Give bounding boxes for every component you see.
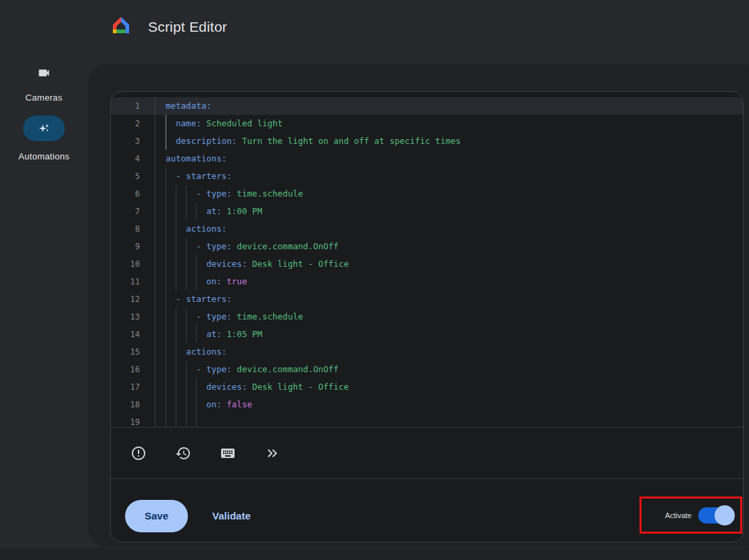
- indent-guide: [176, 413, 176, 428]
- line-number: 12: [111, 290, 155, 308]
- code-token: Scheduled light: [201, 118, 283, 128]
- indent-guide: [166, 308, 166, 326]
- code-token: false: [222, 399, 252, 409]
- code-token: Desk light - Office: [247, 259, 349, 269]
- code-token: true: [222, 276, 247, 286]
- code-token: 1:05 PM: [222, 329, 262, 339]
- code-token: - starters:: [166, 171, 232, 181]
- indent-guide: [176, 396, 176, 413]
- activate-toggle-thumb: [715, 505, 735, 526]
- code-token: device.command.OnOff: [232, 241, 339, 251]
- code-line[interactable]: 5 - starters:: [111, 168, 743, 185]
- activate-toggle[interactable]: [698, 507, 733, 524]
- history-button[interactable]: [174, 444, 192, 462]
- line-number: 4: [111, 150, 155, 168]
- code-line[interactable]: 7 at: 1:00 PM: [111, 203, 743, 220]
- line-number: 2: [111, 115, 155, 132]
- indent-guide: [176, 220, 176, 238]
- code-line[interactable]: 3 description: Turn the light on and off…: [111, 132, 743, 150]
- code-token: at:: [166, 329, 222, 339]
- indent-guide: [166, 326, 166, 343]
- save-button[interactable]: Save: [125, 500, 188, 532]
- line-number: 10: [111, 255, 155, 273]
- indent-guide: [186, 203, 187, 220]
- line-number: 19: [111, 413, 155, 428]
- activate-label: Activate: [665, 511, 692, 519]
- indent-guide: [166, 220, 166, 238]
- code-line[interactable]: 13 - type: time.schedule: [111, 308, 743, 326]
- line-number: 5: [111, 168, 155, 185]
- expand-toolbar-button[interactable]: [264, 444, 281, 462]
- keyboard-shortcuts-button[interactable]: [219, 444, 237, 462]
- indent-guide: [176, 273, 176, 290]
- line-number: 7: [111, 203, 155, 220]
- top-app-bar: Script Editor: [0, 0, 749, 64]
- indent-guide: [186, 361, 187, 378]
- code-token: at:: [166, 206, 222, 216]
- code-line[interactable]: 15 actions:: [111, 343, 743, 361]
- line-number: 3: [111, 132, 155, 150]
- indent-guide: [176, 378, 176, 396]
- indent-guide: [196, 378, 197, 396]
- code-line[interactable]: 16 - type: device.command.OnOff: [111, 361, 743, 378]
- code-line[interactable]: 14 at: 1:05 PM: [111, 326, 743, 343]
- keyboard-icon: [220, 445, 236, 461]
- problems-icon: [130, 445, 147, 461]
- code-token: automations:: [166, 153, 226, 163]
- sidebar-item-automations[interactable]: [23, 116, 65, 141]
- indent-guide: [166, 203, 166, 220]
- code-line[interactable]: 19: [111, 413, 743, 428]
- line-number: 6: [111, 185, 155, 203]
- code-token: - starters:: [166, 294, 232, 304]
- line-number: 16: [111, 361, 155, 378]
- code-line[interactable]: 2 name: Scheduled light: [111, 115, 743, 132]
- indent-guide: [166, 273, 166, 290]
- code-line[interactable]: 12 - starters:: [111, 290, 743, 308]
- indent-guide: [166, 290, 166, 308]
- double-arrow-right-icon: [264, 445, 281, 461]
- indent-guide: [166, 185, 166, 203]
- code-token: actions:: [166, 224, 226, 234]
- indent-guide: [186, 413, 187, 428]
- code-line[interactable]: 10 devices: Desk light - Office: [111, 255, 743, 273]
- code-token: time.schedule: [232, 188, 303, 199]
- line-number: 9: [111, 238, 155, 255]
- indent-guide: [196, 255, 197, 273]
- code-token: on:: [166, 276, 222, 286]
- code-line[interactable]: 1metadata:: [111, 97, 743, 115]
- indent-guide: [176, 308, 176, 326]
- code-token: Turn the light on and off at specific ti…: [237, 136, 460, 146]
- code-token: on:: [166, 399, 222, 409]
- code-token: device.command.OnOff: [232, 364, 339, 374]
- indent-guide: [166, 396, 166, 413]
- code-line[interactable]: 11 on: true: [111, 273, 743, 290]
- sidebar-item-cameras[interactable]: [0, 66, 88, 82]
- indent-guide: [166, 378, 166, 396]
- code-line[interactable]: 6 - type: time.schedule: [111, 185, 743, 203]
- indent-guide: [166, 413, 166, 428]
- problems-button[interactable]: [130, 444, 147, 462]
- sparkle-icon: [37, 122, 51, 135]
- line-number: 14: [111, 326, 155, 343]
- indent-guide: [166, 132, 166, 150]
- code-editor[interactable]: 1metadata:2 name: Scheduled light3 descr…: [111, 92, 743, 428]
- code-token: name:: [166, 118, 201, 128]
- code-line[interactable]: 8 actions:: [111, 220, 743, 238]
- code-line[interactable]: 18 on: false: [111, 396, 743, 413]
- indent-guide: [176, 343, 176, 361]
- code-line[interactable]: 17 devices: Desk light - Office: [111, 378, 743, 396]
- history-icon: [175, 445, 191, 461]
- code-token: 1:00 PM: [222, 206, 262, 216]
- sidebar-item-automations-label: Automations: [0, 151, 88, 161]
- code-line[interactable]: 9 - type: device.command.OnOff: [111, 238, 743, 255]
- validate-button[interactable]: Validate: [212, 510, 251, 521]
- indent-guide: [196, 396, 197, 413]
- line-number: 1: [111, 97, 155, 115]
- code-lines: 1metadata:2 name: Scheduled light3 descr…: [111, 97, 743, 428]
- indent-guide: [176, 238, 176, 255]
- code-token: devices:: [166, 382, 247, 392]
- main-panel: 1metadata:2 name: Scheduled light3 descr…: [88, 64, 749, 547]
- indent-guide: [176, 203, 176, 220]
- indent-guide: [166, 255, 166, 273]
- code-line[interactable]: 4automations:: [111, 150, 743, 168]
